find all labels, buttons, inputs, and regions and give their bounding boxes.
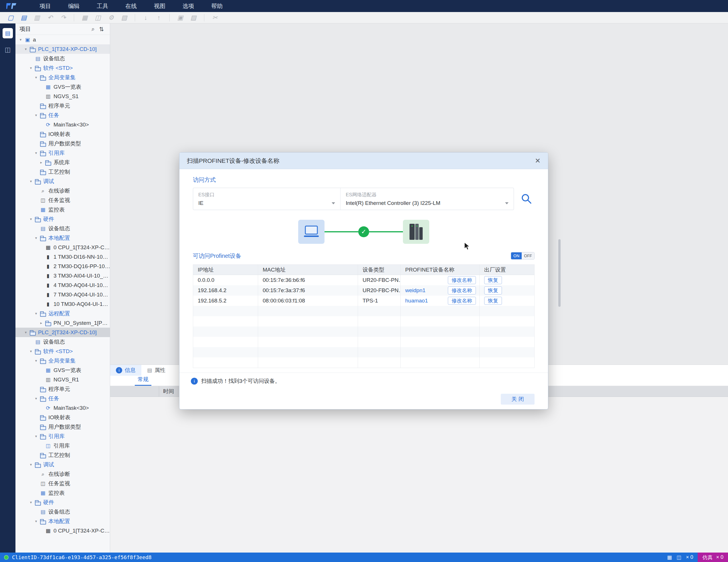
- tree-item[interactable]: 工艺控制: [15, 450, 110, 460]
- expand-arrow-icon[interactable]: ▾: [33, 396, 39, 401]
- scan-button[interactable]: [519, 193, 535, 205]
- expand-arrow-icon[interactable]: ▾: [33, 113, 39, 117]
- table-column-header[interactable]: MAC地址: [258, 265, 358, 275]
- tree-search-icon[interactable]: [89, 26, 97, 32]
- tree-item[interactable]: 程序单元: [15, 101, 110, 110]
- close-icon[interactable]: ✕: [535, 157, 541, 165]
- tree-item[interactable]: ▾ 调试: [15, 177, 110, 186]
- device-table-empty-row[interactable]: [193, 316, 534, 326]
- time-column-header[interactable]: 时间: [159, 386, 174, 397]
- project-tree-rail-icon[interactable]: [3, 28, 13, 38]
- toolbar-button[interactable]: [94, 13, 102, 22]
- table-column-header[interactable]: 设备类型: [358, 265, 401, 275]
- tree-item[interactable]: 引用库: [15, 441, 110, 450]
- dialog-close-button[interactable]: 关 闭: [501, 394, 535, 405]
- tree-item[interactable]: ▾ 远程配置: [15, 309, 110, 318]
- tree-item[interactable]: 2 TM30-DQ16-PP-10…: [15, 262, 110, 271]
- device-row[interactable]: 192.168.4.2 00:15:7e:3a:37:f6 UR20-FBC-P…: [193, 285, 534, 296]
- toolbar-button[interactable]: [33, 13, 41, 22]
- expand-arrow-icon[interactable]: ▾: [33, 311, 39, 316]
- rename-button[interactable]: 修改名称: [448, 276, 476, 284]
- adapter-select[interactable]: ES网络适配器 Intel(R) Ethernet Controller (3)…: [341, 188, 514, 210]
- expand-arrow-icon[interactable]: ▸: [38, 160, 45, 165]
- tree-item[interactable]: 监控表: [15, 205, 110, 214]
- tree-item[interactable]: 1 TM30-DI16-NN-10…: [15, 252, 110, 262]
- tree-item[interactable]: ▾ 硬件: [15, 214, 110, 224]
- toolbar-button[interactable]: [141, 13, 150, 22]
- device-table-empty-row[interactable]: [193, 326, 534, 337]
- tree-item[interactable]: ▸ PN_IO_System_1[P…: [15, 318, 110, 328]
- tree-item[interactable]: NGVS_S1: [15, 92, 110, 101]
- tree-item[interactable]: ▾ PLC_1[T324-XP-CD-10]: [15, 44, 110, 54]
- expand-arrow-icon[interactable]: ▾: [33, 236, 39, 240]
- restore-button[interactable]: 恢复: [484, 297, 502, 305]
- expand-arrow-icon[interactable]: ▾: [22, 330, 29, 335]
- tree-item[interactable]: IO映射表: [15, 129, 110, 139]
- toolbar-button[interactable]: [176, 13, 185, 22]
- tree-item[interactable]: ▾ PLC_2[T324-XP-CD-10]: [15, 328, 110, 337]
- toolbar-button[interactable]: [46, 13, 54, 22]
- expand-arrow-icon[interactable]: ▾: [27, 66, 34, 70]
- tree-item[interactable]: 设备组态: [15, 337, 110, 347]
- tree-item[interactable]: 用户数据类型: [15, 422, 110, 432]
- tree-item[interactable]: ▾ 引用库: [15, 148, 110, 158]
- toolbar-button[interactable]: [107, 13, 115, 22]
- menu-item[interactable]: 视图: [145, 0, 174, 12]
- expand-arrow-icon[interactable]: ▾: [22, 47, 29, 51]
- expand-arrow-icon[interactable]: ▾: [17, 37, 24, 42]
- keyboard-icon[interactable]: [667, 554, 672, 561]
- device-table-empty-row[interactable]: [193, 347, 534, 357]
- toolbar-button[interactable]: [59, 13, 68, 22]
- tree-item[interactable]: ▾ 全局变量集: [15, 356, 110, 365]
- expand-arrow-icon[interactable]: ▾: [33, 519, 39, 523]
- expand-arrow-icon[interactable]: ▾: [27, 500, 34, 504]
- tree-item[interactable]: NGVS_R1: [15, 375, 110, 384]
- expand-arrow-icon[interactable]: ▾: [33, 434, 39, 438]
- menu-item[interactable]: 帮助: [203, 0, 231, 12]
- tree-item[interactable]: ▾ 调试: [15, 460, 110, 469]
- tree-item[interactable]: 设备组态: [15, 224, 110, 233]
- tree-item[interactable]: 0 CPU_1[T324-XP-C…: [15, 526, 110, 535]
- tree-item[interactable]: ▾ 硬件: [15, 498, 110, 507]
- tree-item[interactable]: ▾ 引用库: [15, 432, 110, 441]
- expand-arrow-icon[interactable]: ▾: [27, 462, 34, 467]
- menu-item[interactable]: 编辑: [60, 0, 88, 12]
- tree-item[interactable]: MainTask<30>: [15, 403, 110, 413]
- toolbar-button[interactable]: [189, 13, 198, 22]
- menu-item[interactable]: 项目: [31, 0, 60, 12]
- tree-item[interactable]: GVS一览表: [15, 365, 110, 375]
- tree-item[interactable]: IO映射表: [15, 413, 110, 422]
- subtab-general[interactable]: 常规: [135, 376, 151, 386]
- restore-button[interactable]: 恢复: [484, 276, 502, 284]
- toolbar-button[interactable]: [120, 13, 128, 22]
- expand-arrow-icon[interactable]: ▾: [33, 75, 39, 80]
- tree-item[interactable]: ▾ 本地配置: [15, 233, 110, 243]
- menu-item[interactable]: 工具: [88, 0, 117, 12]
- monitor-rail-icon[interactable]: [3, 45, 13, 55]
- tree-item[interactable]: GVS一览表: [15, 82, 110, 92]
- tree-item[interactable]: ▾ 软件 <STD>: [15, 63, 110, 73]
- tree-item[interactable]: 7 TM30-AQ04-UI-10…: [15, 290, 110, 299]
- toolbar-button[interactable]: [155, 13, 163, 22]
- device-table-empty-row[interactable]: [193, 306, 534, 316]
- expand-arrow-icon[interactable]: ▸: [38, 321, 45, 325]
- tree-item[interactable]: ▾ 软件 <STD>: [15, 347, 110, 356]
- tree-item[interactable]: 监控表: [15, 488, 110, 498]
- tree-item[interactable]: 在线诊断: [15, 186, 110, 195]
- simulation-badge[interactable]: 仿真 × 0: [698, 553, 728, 562]
- menu-item[interactable]: 在线: [117, 0, 145, 12]
- tree-item[interactable]: ▾ 全局变量集: [15, 73, 110, 82]
- tree-item[interactable]: 设备组态: [15, 54, 110, 63]
- device-row[interactable]: 192.168.5.2 08:00:06:03:f1:08 TPS-1 huam…: [193, 296, 534, 306]
- toolbar-button[interactable]: [6, 13, 15, 22]
- rename-button[interactable]: 修改名称: [448, 286, 476, 294]
- tree-item[interactable]: ▾ a: [15, 35, 110, 44]
- tree-item[interactable]: 设备组态: [15, 507, 110, 517]
- expand-arrow-icon[interactable]: ▾: [33, 151, 39, 155]
- restore-button[interactable]: 恢复: [484, 286, 502, 294]
- tree-item[interactable]: 用户数据类型: [15, 139, 110, 148]
- tree-item[interactable]: 3 TM30-AI04-UI-10_…: [15, 271, 110, 280]
- tree-item[interactable]: ▾ 任务: [15, 394, 110, 403]
- device-row[interactable]: 0.0.0.0 00:15:7e:36:b6:f6 UR20-FBC-PN… 修…: [193, 275, 534, 285]
- interface-select[interactable]: ES接口 IE: [193, 188, 341, 210]
